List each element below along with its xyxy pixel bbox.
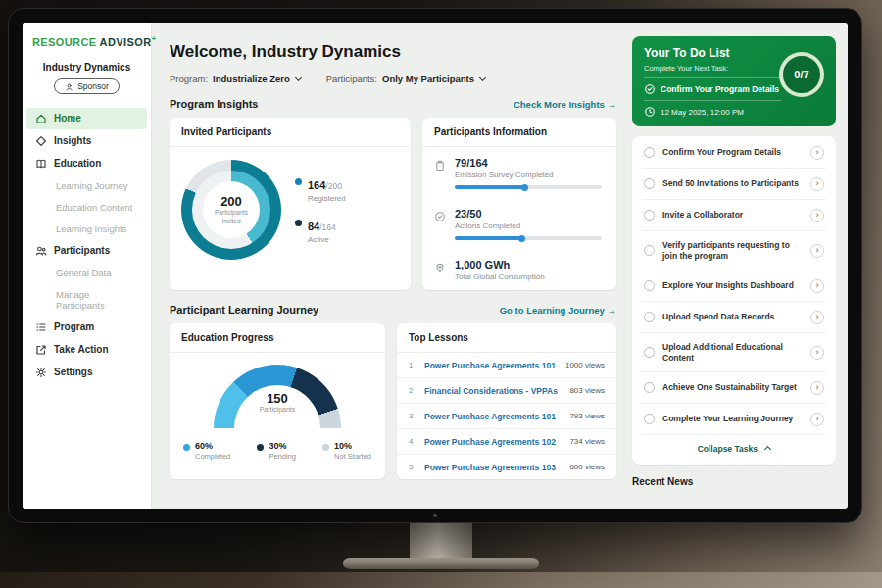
lesson-row[interactable]: 4 Power Purchase Agreements 102 734 view… — [397, 429, 616, 455]
org-name: Industry Dynamics — [23, 62, 151, 73]
sidebar: RESOURCE ADVISOR+ Industry Dynamics Spon… — [23, 23, 152, 509]
legend-value: 84 — [308, 220, 319, 232]
sidebar-item-manage-participants[interactable]: Manage Participants — [26, 284, 147, 316]
program-filter-dropdown[interactable]: Program: Industrialize Zero — [170, 74, 301, 84]
check-more-insights-link[interactable]: Check More Insights → — [514, 99, 616, 110]
task-row[interactable]: Achieve One Sustainability Target › — [642, 372, 826, 404]
invited-participants-card: Invited Participants 200 Participants In… — [170, 118, 411, 290]
legend-total: /200 — [325, 181, 342, 191]
legend-dot — [183, 444, 190, 451]
task-row[interactable]: Explore Your Insights Dashboard › — [642, 270, 826, 302]
task-row[interactable]: Verify participants requesting to join t… — [642, 231, 826, 270]
chevron-right-icon[interactable]: › — [810, 381, 824, 395]
program-filter-label: Program: — [170, 74, 208, 84]
task-row[interactable]: Upload Spend Data Records › — [642, 302, 826, 333]
sponsor-badge[interactable]: Sponsor — [54, 78, 120, 94]
sidebar-item-education[interactable]: Education — [26, 153, 147, 174]
lesson-row[interactable]: 5 Power Purchase Agreements 103 600 view… — [397, 455, 616, 479]
task-row[interactable]: Confirm Your Program Details › — [642, 137, 826, 169]
task-label: Invite a Collaborator — [662, 210, 803, 220]
lesson-row[interactable]: 3 Power Purchase Agreements 101 793 view… — [397, 404, 616, 429]
sidebar-item-label: Take Action — [54, 344, 109, 355]
participants-information-card: Participants Information 79/164 Emission… — [422, 118, 616, 290]
monitor-bezel: RESOURCE ADVISOR+ Industry Dynamics Spon… — [8, 8, 862, 523]
task-checkbox[interactable] — [644, 147, 655, 158]
chevron-right-icon[interactable]: › — [810, 244, 824, 258]
sidebar-item-settings[interactable]: Settings — [26, 362, 147, 383]
sidebar-item-take-action[interactable]: Take Action — [26, 339, 147, 361]
sidebar-item-general-data[interactable]: General Data — [26, 263, 147, 283]
task-label: Verify participants requesting to join t… — [662, 240, 803, 262]
task-label: Upload Additional Educational Content — [662, 342, 803, 364]
task-row[interactable]: Upload Additional Educational Content › — [642, 333, 826, 372]
task-label: Explore Your Insights Dashboard — [662, 280, 803, 291]
education-gauge-chart: 150 Participants — [214, 365, 341, 429]
todo-next-task[interactable]: Confirm Your Program Details — [644, 77, 781, 101]
lesson-title-link[interactable]: Power Purchase Agreements 103 — [424, 463, 561, 472]
lesson-views: 1000 views — [565, 361, 605, 369]
sidebar-item-participants[interactable]: Participants — [26, 240, 147, 262]
chevron-right-icon[interactable]: › — [810, 346, 824, 360]
task-label: Achieve One Sustainability Target — [662, 382, 803, 393]
main-content: Welcome, Industry Dynamics Program: Indu… — [152, 23, 628, 509]
location-pin-icon — [434, 260, 446, 271]
participants-filter-dropdown[interactable]: Participants: Only My Participants — [326, 74, 485, 84]
chevron-right-icon[interactable]: › — [810, 311, 824, 324]
collapse-tasks-label: Collapse Tasks — [698, 444, 758, 454]
lesson-row[interactable]: 1 Power Purchase Agreements 101 1000 vie… — [397, 353, 616, 378]
legend-label: Pending — [269, 452, 296, 461]
sidebar-item-label: Insights — [54, 135, 91, 146]
info-value: 1,000 GWh — [455, 259, 545, 270]
task-checkbox[interactable] — [644, 312, 655, 322]
collapse-tasks-button[interactable]: Collapse Tasks — [642, 435, 826, 464]
section-title: Participant Learning Journey — [170, 304, 318, 316]
task-checkbox[interactable] — [644, 280, 655, 291]
todo-next-task-label: Confirm Your Program Details — [661, 84, 779, 94]
lesson-title-link[interactable]: Power Purchase Agreements 101 — [424, 361, 557, 370]
gauge-center-value: 150 — [214, 391, 341, 406]
gauge-center-label: Participants — [214, 406, 341, 413]
card-title: Top Lessons — [397, 323, 616, 353]
sidebar-item-learning-insights[interactable]: Learning Insights — [26, 219, 147, 239]
sidebar-item-program[interactable]: Program — [26, 317, 147, 338]
task-row[interactable]: Send 50 Invitations to Participants › — [642, 169, 826, 200]
lesson-rank: 5 — [409, 463, 416, 471]
sidebar-item-learning-journey[interactable]: Learning Journey — [26, 175, 147, 196]
progress-fill — [455, 185, 525, 189]
sidebar-item-education-content[interactable]: Education Content — [26, 197, 147, 218]
participants-filter-label: Participants: — [326, 74, 377, 84]
sidebar-item-label: Home — [54, 113, 81, 123]
lesson-row[interactable]: 2 Financial Considerations - VPPAs 803 v… — [397, 378, 616, 404]
sidebar-item-home[interactable]: Home — [26, 108, 147, 129]
education-progress-card: Education Progress 150 Participants — [170, 323, 385, 479]
lesson-title-link[interactable]: Power Purchase Agreements 102 — [424, 437, 561, 447]
info-row-emission: 79/164 Emission Survey Completed — [422, 147, 616, 198]
brand-logo[interactable]: RESOURCE ADVISOR+ — [23, 34, 151, 48]
chevron-right-icon[interactable]: › — [810, 413, 824, 426]
card-title: Education Progress — [170, 323, 385, 353]
lesson-title-link[interactable]: Financial Considerations - VPPAs — [424, 386, 561, 396]
task-checkbox[interactable] — [644, 245, 655, 256]
chevron-right-icon[interactable]: › — [810, 209, 824, 222]
home-icon — [35, 113, 47, 124]
task-checkbox[interactable] — [644, 414, 655, 424]
task-label: Confirm Your Program Details — [662, 147, 803, 158]
lesson-title-link[interactable]: Power Purchase Agreements 101 — [424, 412, 561, 421]
chevron-right-icon[interactable]: › — [810, 146, 824, 160]
top-lessons-card: Top Lessons 1 Power Purchase Agreements … — [397, 323, 616, 479]
desktop-scene: RESOURCE ADVISOR+ Industry Dynamics Spon… — [0, 0, 882, 588]
sidebar-item-insights[interactable]: Insights — [26, 130, 147, 152]
task-checkbox[interactable] — [644, 347, 655, 358]
program-insights-header: Program Insights Check More Insights → — [170, 98, 616, 110]
task-row[interactable]: Complete Your Learning Journey › — [642, 404, 826, 435]
sidebar-item-label: Manage Participants — [56, 289, 138, 311]
legend-value: 164 — [308, 179, 325, 191]
go-to-learning-journey-link[interactable]: Go to Learning Journey → — [500, 305, 616, 316]
chevron-right-icon[interactable]: › — [810, 177, 824, 191]
task-checkbox[interactable] — [644, 178, 655, 189]
task-row[interactable]: Invite a Collaborator › — [642, 200, 826, 231]
todo-task-list: Confirm Your Program Details › Send 50 I… — [632, 136, 836, 465]
task-checkbox[interactable] — [644, 210, 655, 220]
chevron-right-icon[interactable]: › — [810, 279, 824, 293]
task-checkbox[interactable] — [644, 382, 655, 393]
